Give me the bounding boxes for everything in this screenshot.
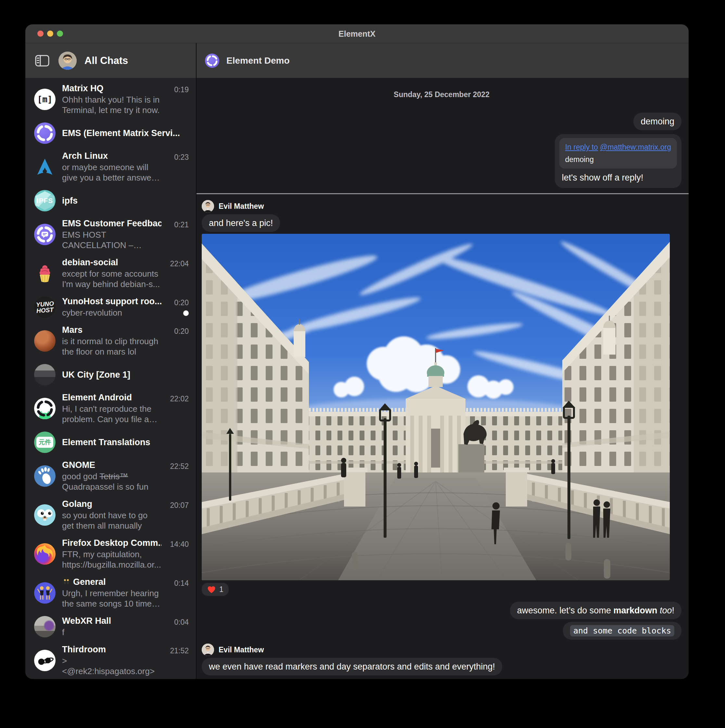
room-name: Mars [62, 325, 161, 335]
ems-feedback-avatar [34, 224, 55, 245]
sidebar-item-mars[interactable]: Mars is it normal to clip through the fl… [25, 321, 196, 361]
read-marker-line [196, 193, 689, 194]
firefox-avatar [34, 543, 55, 565]
general-avatar [34, 582, 55, 604]
sidebar-item-ems-customer-feedback[interactable]: EMS Customer Feedbac... EMS HOST CANCELL… [25, 215, 196, 254]
day-separator: Sunday, 25 December 2022 [202, 90, 682, 99]
room-timestamp: 22:52 [170, 462, 189, 471]
message-outgoing-reply[interactable]: In reply to @matthew:matrix.org demoing … [555, 134, 682, 188]
window-content: All Chats [m] Matrix HQ Ohhh thank you! … [25, 43, 689, 679]
firefox-flame-icon [34, 543, 55, 565]
chat-list: [m] Matrix HQ Ohhh thank you! This is in… [25, 78, 196, 679]
arch-linux-avatar [34, 156, 55, 177]
sidebar-item-ipfs[interactable]: IPFS ipfs [25, 187, 196, 215]
room-timestamp: 0:20 [174, 327, 189, 336]
sidebar-header: All Chats [25, 43, 196, 78]
cupcake-icon [35, 263, 55, 283]
room-name: YunoHost support roo... [62, 297, 161, 306]
room-name: GNOME [62, 460, 161, 470]
evil-matthew-portrait [202, 200, 214, 213]
sidebar: All Chats [m] Matrix HQ Ohhh thank you! … [25, 43, 196, 679]
sidebar-item-yunohost[interactable]: YUNO HOST YunoHost support roo... cyber-… [25, 293, 196, 321]
room-name: debian-social [62, 257, 161, 268]
room-timestamp: 0:23 [174, 153, 189, 162]
room-name: WebXR Hall [62, 616, 161, 626]
sidebar-item-golang[interactable]: Golang so you dont have to go get them a… [25, 496, 196, 534]
room-name: General [62, 577, 161, 587]
room-name: Firefox Desktop Comm... [62, 538, 161, 548]
room-title: Element Demo [227, 55, 290, 66]
reply-user-link[interactable]: @matthew:matrix.org [600, 143, 671, 151]
in-reply-to-link[interactable]: In reply to [565, 143, 598, 151]
room-name: Thirdroom [62, 645, 161, 655]
matrix-hq-avatar: [m] [34, 89, 55, 110]
room-preview: Hi, I can't reproduce the problem. Can y… [62, 404, 161, 424]
room-preview: or maybe someone will give you a better … [62, 162, 161, 183]
photo-message-courtyard[interactable] [202, 234, 670, 580]
room-name: UK City [Zone 1] [62, 370, 189, 380]
room-name: Matrix HQ [62, 83, 161, 93]
sidebar-item-element-android[interactable]: Element Android Hi, I can't reproduce th… [25, 389, 196, 428]
sender-name: Evil Matthew [219, 645, 264, 654]
sidebar-toggle-icon[interactable] [34, 54, 51, 68]
quoted-message: demoing [565, 154, 671, 165]
reaction-count: 1 [219, 585, 224, 594]
room-timestamp: 22:04 [170, 260, 189, 268]
element-logo-icon [205, 54, 219, 68]
user-avatar[interactable] [58, 52, 77, 70]
reaction-pill[interactable]: 1 [202, 583, 229, 596]
sidebar-item-arch-linux[interactable]: Arch Linux or maybe someone will give yo… [25, 147, 196, 187]
evil-matthew-avatar [202, 644, 214, 656]
message-incoming-pic-intro[interactable]: Evil Matthew and here's a pic! [202, 200, 280, 232]
element-translations-avatar: 元件 [34, 431, 55, 453]
room-preview: Urgh, I remember hearing the same songs … [62, 588, 161, 609]
room-name: ipfs [62, 196, 189, 206]
thirdroom-avatar [34, 650, 55, 671]
room-timestamp: 0:19 [174, 86, 189, 94]
mars-avatar [34, 330, 55, 352]
reply-quote[interactable]: In reply to @matthew:matrix.org demoing [559, 138, 677, 168]
dancers-icon [35, 583, 55, 603]
sidebar-item-ems[interactable]: EMS (Element Matrix Servi... [25, 119, 196, 147]
element-logo-icon [34, 122, 55, 144]
room-name: EMS Customer Feedbac... [62, 219, 161, 229]
room-name: Element Translations [62, 437, 189, 447]
message-outgoing-code[interactable]: and some code blocks [563, 622, 682, 640]
evil-matthew-portrait [202, 644, 214, 656]
chat-header[interactable]: Element Demo [196, 43, 689, 78]
room-preview: cyber-revolution [62, 307, 161, 318]
room-timestamp: 21:52 [170, 647, 189, 655]
sidebar-item-thirdroom[interactable]: Thirdroom > <@rek2:hispagatos.org> 21:52 [25, 641, 196, 679]
sidebar-item-webxr-hall[interactable]: WebXR Hall f 0:04 [25, 612, 196, 641]
courtyard-photo [202, 234, 670, 580]
sidebar-item-matrix-hq[interactable]: [m] Matrix HQ Ohhh thank you! This is in… [25, 80, 196, 119]
sidebar-item-debian-social[interactable]: debian-social except for some accounts I… [25, 254, 196, 293]
app-window: ElementX [25, 24, 689, 679]
yunohost-avatar: YUNO HOST [34, 297, 55, 318]
element-android-icon [34, 398, 55, 419]
sidebar-item-general[interactable]: General Urgh, I remember hearing the sam… [25, 574, 196, 612]
room-timestamp: 0:20 [174, 298, 189, 307]
room-timestamp: 22:02 [170, 395, 189, 403]
room-name: Golang [62, 499, 161, 509]
room-timestamp: 0:04 [174, 618, 189, 627]
room-name: Arch Linux [62, 151, 161, 161]
gnome-avatar [34, 465, 55, 487]
ipfs-avatar: IPFS [34, 190, 55, 211]
room-preview: FTR, my capitulation, https://bugzilla.m… [62, 549, 161, 570]
message-outgoing-demoing[interactable]: demoing [633, 113, 682, 130]
sidebar-item-gnome[interactable]: GNOME good god Tetris™ Quadrapassel is s… [25, 457, 196, 496]
sidebar-item-uk-city[interactable]: UK City [Zone 1] [25, 361, 196, 389]
element-android-avatar [34, 398, 55, 419]
sidebar-item-element-translations[interactable]: 元件 Element Translations [25, 428, 196, 457]
room-preview: f [62, 627, 161, 638]
sidebar-item-firefox[interactable]: Firefox Desktop Comm... FTR, my capitula… [25, 534, 196, 574]
heart-icon [207, 585, 216, 594]
window-title: ElementX [25, 24, 689, 43]
message-timeline: Sunday, 25 December 2022 demoing In repl… [196, 78, 689, 679]
golang-avatar [34, 504, 55, 526]
evil-matthew-avatar [202, 200, 214, 213]
message-outgoing-markdown[interactable]: awesome. let’s do some markdown too! [510, 602, 682, 619]
message-incoming-outro[interactable]: Evil Matthew we even have read markers a… [202, 644, 502, 675]
room-preview: EMS HOST CANCELLATION – CUSTOMER FEEDBAC… [62, 229, 161, 250]
